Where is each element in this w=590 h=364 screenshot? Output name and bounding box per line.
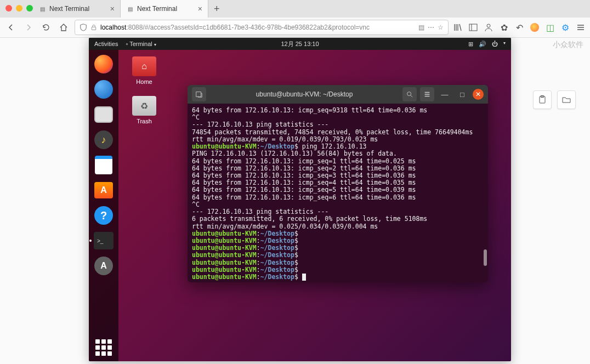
new-tab-button[interactable]: + [208, 3, 225, 15]
search-button[interactable] [402, 87, 417, 101]
floating-toolbar [533, 90, 576, 109]
dock-files[interactable] [93, 104, 115, 126]
menu-icon[interactable] [576, 22, 586, 32]
extension-icon-2[interactable]: ↶ [514, 22, 524, 32]
svg-rect-1 [469, 24, 477, 31]
url-bar[interactable]: localhost:8088/#/access?assetsId=c1db668… [75, 20, 449, 35]
close-tab-icon[interactable]: × [198, 4, 202, 13]
dock-terminal[interactable]: >_ [93, 230, 115, 252]
toolbar-right: ✿ ↶ ◫ ⚙ [453, 22, 586, 32]
dock-software-updater[interactable]: A [93, 255, 115, 277]
watermark-text: 小众软件 [553, 40, 583, 50]
tab-favicon: ▤ [38, 5, 46, 13]
window-controls [5, 5, 33, 12]
close-window-button[interactable] [5, 5, 12, 12]
account-icon[interactable] [484, 22, 493, 32]
svg-line-8 [411, 95, 413, 98]
shield-icon [80, 24, 87, 31]
home-folder-icon: ⌂ [132, 56, 156, 76]
icon-label: Trash [137, 118, 152, 124]
tab-favicon: ▤ [126, 5, 134, 13]
forward-button[interactable] [22, 21, 35, 34]
terminal-title: ubuntu@ubuntu-KVM: ~/Desktop [209, 90, 399, 98]
terminal-window[interactable]: ubuntu@ubuntu-KVM: ~/Desktop — □ ✕ 64 by… [188, 85, 488, 282]
svg-rect-0 [92, 27, 96, 30]
desktop-icon-home[interactable]: ⌂ Home [127, 56, 161, 85]
system-menu-chevron-icon[interactable]: ▾ [503, 41, 506, 48]
activities-button[interactable]: Activities [94, 41, 118, 47]
power-icon[interactable]: ⏻ [492, 41, 498, 48]
browser-tab-1[interactable]: ▤ Next Terminal × [33, 0, 121, 18]
svg-point-3 [487, 24, 490, 27]
nav-bar: localhost:8088/#/access?assetsId=c1db668… [0, 18, 590, 37]
minimize-button[interactable]: — [438, 87, 452, 101]
svg-rect-6 [196, 92, 201, 97]
app-menu[interactable]: ▫ Terminal ▾ [126, 41, 156, 47]
minimize-window-button[interactable] [16, 5, 22, 12]
gnome-topbar: Activities ▫ Terminal ▾ 12月 25 13:10 ⊞ 🔊… [89, 38, 511, 50]
url-text: localhost:8088/#/access?assetsId=c1db668… [100, 24, 415, 31]
desktop-icons: ⌂ Home ♻ Trash [127, 56, 161, 124]
sidebar-icon[interactable] [468, 22, 478, 32]
tab-bar: ▤ Next Terminal × ▤ Next Terminal × + [0, 0, 590, 18]
dock-show-applications[interactable] [95, 339, 112, 356]
maximize-window-button[interactable] [26, 5, 33, 12]
page-content: 小众软件 Activities ▫ Terminal ▾ 12月 25 13:1… [0, 38, 590, 364]
vnc-desktop[interactable]: Activities ▫ Terminal ▾ 12月 25 13:10 ⊞ 🔊… [89, 38, 511, 361]
browser-chrome: ▤ Next Terminal × ▤ Next Terminal × + lo… [0, 0, 590, 38]
clock[interactable]: 12月 25 13:10 [281, 40, 319, 48]
reload-button[interactable] [39, 21, 53, 34]
extension-icon-3[interactable] [530, 22, 540, 32]
terminal-headerbar: ubuntu@ubuntu-KVM: ~/Desktop — □ ✕ [188, 85, 488, 104]
reader-mode-icon[interactable]: ▤ [418, 24, 424, 31]
dock-thunderbird[interactable] [93, 78, 115, 100]
bookmark-star-icon[interactable]: ☆ [438, 24, 444, 31]
close-button[interactable]: ✕ [473, 89, 484, 100]
browser-tab-2[interactable]: ▤ Next Terminal × [121, 0, 208, 18]
dock-libreoffice-writer[interactable] [93, 154, 115, 176]
extension-icon-4[interactable]: ◫ [545, 22, 555, 32]
tab-label: Next Terminal [137, 5, 177, 13]
terminal-body[interactable]: 64 bytes from 172.16.10.13: icmp_seq=931… [188, 104, 488, 282]
hamburger-menu-button[interactable] [420, 87, 434, 101]
close-tab-icon[interactable]: × [110, 4, 115, 13]
dock-ubuntu-software[interactable] [93, 179, 115, 201]
tab-label: Next Terminal [49, 5, 89, 13]
files-button[interactable] [557, 90, 576, 109]
dock-firefox[interactable] [93, 53, 115, 75]
extension-icon-1[interactable]: ✿ [499, 22, 509, 32]
extension-icon-5[interactable]: ⚙ [560, 22, 570, 32]
volume-icon[interactable]: 🔊 [479, 41, 486, 48]
dock-rhythmbox[interactable]: ♪ [93, 129, 115, 151]
icon-label: Home [136, 78, 152, 85]
scrollbar-thumb[interactable] [484, 249, 487, 266]
maximize-button[interactable]: □ [455, 87, 469, 101]
svg-point-7 [407, 92, 411, 96]
back-button[interactable] [4, 21, 18, 34]
desktop-icon-trash[interactable]: ♻ Trash [127, 96, 161, 124]
clipboard-button[interactable] [533, 90, 552, 109]
library-icon[interactable] [453, 22, 463, 32]
lock-icon [90, 24, 97, 31]
ubuntu-dock: ♪ ? >_ A [89, 50, 118, 361]
home-button[interactable] [57, 21, 70, 34]
network-icon[interactable]: ⊞ [468, 41, 473, 48]
new-tab-button[interactable] [192, 87, 206, 101]
trash-icon: ♻ [132, 96, 156, 116]
dock-help[interactable]: ? [93, 204, 115, 226]
page-actions-icon[interactable]: ⋯ [428, 24, 434, 31]
